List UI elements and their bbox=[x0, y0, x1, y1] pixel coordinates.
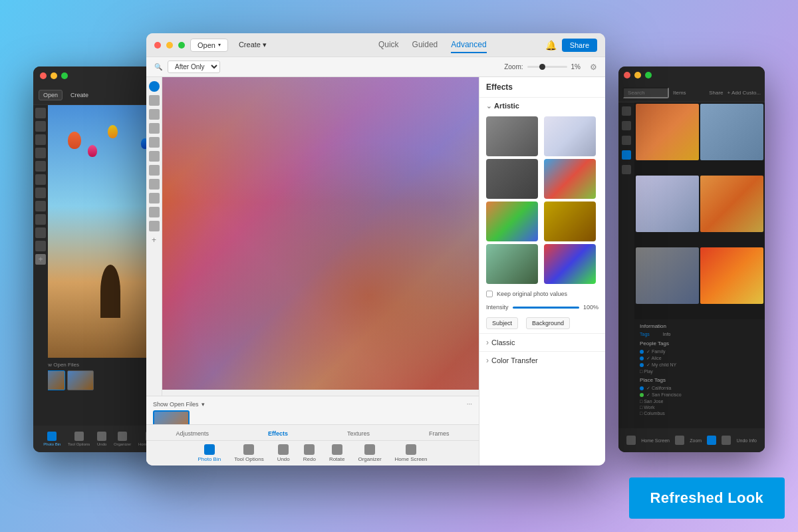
tag-san-francisco[interactable]: ✓ San Francisco bbox=[640, 392, 759, 398]
right-photo-2[interactable] bbox=[700, 104, 763, 160]
tab-advanced[interactable]: Advanced bbox=[451, 37, 486, 53]
tag-california[interactable]: ✓ California bbox=[640, 385, 759, 392]
center-tool-options[interactable]: Tool Options bbox=[234, 444, 263, 462]
effect-thumb-6[interactable] bbox=[544, 201, 596, 241]
right-close-button[interactable] bbox=[624, 72, 630, 78]
center-tool-9[interactable] bbox=[149, 207, 160, 217]
center-tool-6[interactable] bbox=[149, 165, 160, 176]
tab-quick[interactable]: Quick bbox=[378, 37, 399, 53]
effect-thumb-5[interactable] bbox=[486, 201, 538, 241]
organizer-button[interactable]: Organizer bbox=[114, 432, 131, 446]
right-maximize-button[interactable] bbox=[645, 72, 652, 78]
tag-san-jose[interactable]: □ San Jose bbox=[640, 398, 759, 404]
tab-effects[interactable]: Effects bbox=[268, 430, 288, 437]
maximize-button[interactable] bbox=[61, 72, 68, 79]
filmstrip-thumb-2[interactable] bbox=[67, 370, 94, 390]
right-search-input[interactable] bbox=[622, 87, 669, 98]
center-tool-10[interactable] bbox=[149, 221, 160, 231]
effect-thumb-7[interactable] bbox=[486, 244, 538, 284]
right-add-btn[interactable]: + Add Custo... bbox=[728, 90, 761, 96]
share-button[interactable]: Share bbox=[562, 39, 597, 52]
tool-add[interactable]: + bbox=[35, 254, 46, 265]
tag-work[interactable]: □ Work bbox=[640, 404, 759, 410]
tab-textures[interactable]: Textures bbox=[347, 430, 370, 437]
close-button[interactable] bbox=[40, 72, 47, 79]
tab-adjustments[interactable]: Adjustments bbox=[176, 430, 209, 437]
intensity-bar[interactable] bbox=[513, 307, 579, 309]
tool-move[interactable] bbox=[35, 108, 46, 118]
center-tool-3[interactable] bbox=[149, 123, 160, 134]
info-tab[interactable]: Info bbox=[663, 332, 671, 336]
center-redo[interactable]: Redo bbox=[303, 444, 316, 462]
center-organizer[interactable]: Organizer bbox=[358, 444, 381, 462]
right-tool-active[interactable] bbox=[622, 150, 631, 160]
center-tool-add[interactable]: + bbox=[149, 235, 160, 245]
undo-button[interactable]: Undo bbox=[97, 432, 106, 446]
tool-type[interactable] bbox=[35, 227, 46, 238]
center-tool-4[interactable] bbox=[149, 137, 160, 148]
right-photo-5[interactable] bbox=[636, 247, 699, 304]
tool-eye[interactable] bbox=[35, 161, 46, 172]
right-zoom-icon[interactable] bbox=[675, 436, 684, 445]
after-only-select[interactable]: After Only bbox=[168, 61, 220, 73]
right-photo-1[interactable] bbox=[636, 104, 699, 160]
effect-thumb-2[interactable] bbox=[544, 116, 596, 156]
center-tool-move[interactable] bbox=[149, 81, 160, 92]
effect-thumb-1[interactable] bbox=[486, 116, 538, 156]
right-minimize-button[interactable] bbox=[634, 72, 641, 78]
tool-shapes[interactable] bbox=[35, 241, 46, 251]
tool-zoom[interactable] bbox=[35, 121, 46, 132]
tags-tab-active[interactable]: Tags bbox=[640, 332, 650, 336]
center-maximize-button[interactable] bbox=[178, 42, 185, 49]
settings-icon[interactable]: ⚙ bbox=[590, 63, 597, 72]
effect-thumb-4[interactable] bbox=[544, 159, 596, 199]
right-tool-1[interactable] bbox=[622, 106, 631, 116]
right-photo-3[interactable] bbox=[636, 176, 699, 232]
center-tool-7[interactable] bbox=[149, 179, 160, 190]
tab-frames[interactable]: Frames bbox=[429, 430, 450, 437]
right-active-icon[interactable] bbox=[707, 436, 716, 445]
tool-clone[interactable] bbox=[35, 174, 46, 185]
background-button[interactable]: Background bbox=[526, 317, 570, 329]
center-minimize-button[interactable] bbox=[166, 42, 173, 49]
classic-category[interactable]: Classic bbox=[479, 333, 605, 351]
center-home-screen[interactable]: Home Screen bbox=[395, 444, 428, 462]
minimize-button[interactable] bbox=[51, 72, 57, 79]
create-button[interactable]: Create bbox=[68, 90, 91, 100]
tool-eraser[interactable] bbox=[35, 188, 46, 198]
effect-thumb-8[interactable] bbox=[544, 244, 596, 284]
zoom-slider[interactable] bbox=[527, 66, 567, 68]
more-options-icon[interactable]: ··· bbox=[467, 400, 472, 408]
right-tool-4[interactable] bbox=[622, 165, 631, 174]
subject-button[interactable]: Subject bbox=[486, 317, 518, 329]
center-create-button[interactable]: Create ▾ bbox=[233, 39, 272, 51]
center-close-button[interactable] bbox=[154, 42, 161, 49]
tag-columbus[interactable]: □ Columbus bbox=[640, 410, 759, 416]
right-home-icon[interactable] bbox=[626, 436, 636, 445]
right-share-label[interactable]: Share bbox=[709, 90, 723, 96]
center-tool-8[interactable] bbox=[149, 193, 160, 203]
tool-brush[interactable] bbox=[35, 201, 46, 211]
center-tool-2[interactable] bbox=[149, 109, 160, 120]
keep-original-checkbox[interactable] bbox=[486, 291, 493, 297]
center-rotate[interactable]: Rotate bbox=[329, 444, 345, 462]
right-tool-3[interactable] bbox=[622, 136, 631, 145]
right-help-icon[interactable] bbox=[722, 436, 731, 445]
right-tool-2[interactable] bbox=[622, 121, 631, 130]
center-photo-bin[interactable]: Photo Bin bbox=[198, 444, 221, 462]
center-open-button[interactable]: Open ▾ bbox=[190, 39, 228, 52]
tag-my-child-ny[interactable]: ✓ My child NY bbox=[640, 362, 759, 368]
tag-alice[interactable]: ✓ Alice bbox=[640, 355, 759, 362]
right-photo-6[interactable] bbox=[700, 247, 763, 304]
effect-thumb-3[interactable] bbox=[486, 159, 538, 199]
tool-options-button[interactable]: Tool Options bbox=[68, 432, 90, 446]
center-tool-1[interactable] bbox=[149, 95, 160, 106]
center-show-open-files[interactable]: Show Open Files ▾ ··· bbox=[146, 396, 479, 410]
color-transfer-category[interactable]: Color Transfer bbox=[479, 351, 605, 369]
open-button[interactable]: Open bbox=[39, 90, 63, 100]
tool-spot-heal[interactable] bbox=[35, 148, 46, 158]
center-tool-5[interactable] bbox=[149, 151, 160, 162]
tab-guided[interactable]: Guided bbox=[412, 37, 438, 53]
tag-family[interactable]: ✓ Family bbox=[640, 348, 759, 355]
tool-crop[interactable] bbox=[35, 134, 46, 145]
